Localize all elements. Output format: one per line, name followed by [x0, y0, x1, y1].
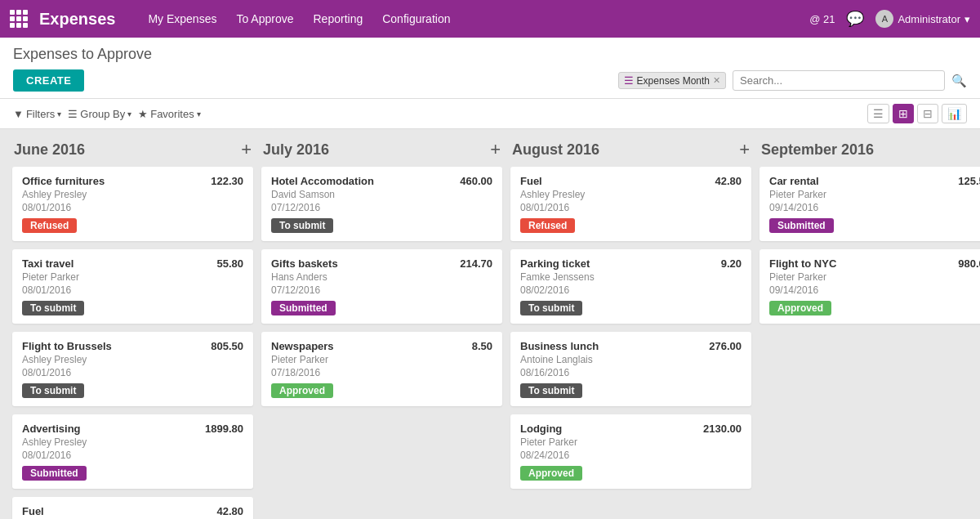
star-icon: ★ — [138, 108, 148, 120]
col-add-btn-0[interactable]: + — [241, 141, 252, 159]
card-name: Parking ticket — [520, 257, 590, 270]
kanban-col-3: September 2016+ Car rental 125.50 Pieter… — [760, 141, 980, 519]
card-amount: 42.80 — [715, 175, 742, 187]
card-name: Lodging — [520, 423, 562, 435]
kanban-col-1: July 2016+ Hotel Accomodation 460.00 Dav… — [261, 141, 502, 519]
card-top: Car rental 125.50 — [769, 175, 980, 187]
card-name: Flight to NYC — [769, 257, 836, 270]
notification-count[interactable]: @ 21 — [809, 13, 835, 25]
topnav-right: @ 21 💬 A Administrator ▾ — [809, 10, 970, 28]
card-date: 08/01/2016 — [22, 450, 243, 461]
card-amount: 9.20 — [721, 257, 742, 270]
filter-tag-label: Expenses Month — [637, 75, 710, 87]
card-top: Fuel 42.80 — [520, 175, 742, 187]
page-title: Expenses to Approve — [13, 46, 967, 63]
card-top: Newspapers 8.50 — [271, 340, 492, 352]
card-person: Famke Jenssens — [520, 271, 742, 283]
card-date: 07/18/2016 — [271, 367, 492, 378]
card-status-badge: To submit — [22, 301, 84, 315]
card-name: Office furnitures — [22, 175, 105, 187]
kanban-view-button[interactable]: ⊞ — [893, 104, 914, 123]
kanban-card-0-2[interactable]: Flight to Brussels 805.50 Ashley Presley… — [12, 332, 253, 406]
kanban-card-2-0[interactable]: Fuel 42.80 Ashley Presley 08/01/2016 Ref… — [510, 167, 751, 241]
card-top: Flight to NYC 980.00 — [769, 257, 980, 270]
col-add-btn-1[interactable]: + — [490, 141, 501, 159]
card-status-badge: To submit — [520, 383, 582, 398]
filters-dropdown[interactable]: ▼ Filters ▾ — [13, 108, 61, 120]
card-status-badge: To submit — [520, 301, 582, 315]
kanban-card-0-4[interactable]: Fuel 42.80 Ashley Presley 08/01/2016 App… — [12, 497, 253, 519]
user-name: Administrator — [898, 13, 960, 25]
grid-view-button[interactable]: ⊟ — [917, 104, 938, 123]
card-person: Ashley Presley — [22, 436, 243, 448]
col-add-btn-2[interactable]: + — [739, 141, 750, 159]
filters-label: Filters — [26, 108, 55, 120]
groupby-caret: ▾ — [127, 110, 131, 119]
list-view-button[interactable]: ☰ — [867, 104, 889, 123]
kanban-card-0-3[interactable]: Advertising 1899.80 Ashley Presley 08/01… — [12, 414, 253, 489]
kanban-card-0-1[interactable]: Taxi travel 55.80 Pieter Parker 08/01/20… — [12, 249, 253, 324]
kanban-card-2-3[interactable]: Lodging 2130.00 Pieter Parker 08/24/2016… — [510, 414, 751, 489]
card-top: Gifts baskets 214.70 — [271, 257, 492, 270]
nav-configuration[interactable]: Configuration — [374, 9, 458, 29]
card-top: Fuel 42.80 — [22, 505, 243, 517]
app-brand: Expenses — [39, 10, 115, 29]
card-date: 09/14/2016 — [769, 284, 980, 296]
col-header-1: July 2016+ — [261, 141, 502, 159]
card-person: Pieter Parker — [769, 189, 980, 200]
favorites-dropdown[interactable]: ★ Favorites ▾ — [138, 108, 200, 120]
card-name: Car rental — [769, 175, 819, 187]
filter-icon: ▼ — [13, 108, 24, 120]
card-person: Pieter Parker — [520, 436, 742, 448]
create-button[interactable]: CREATE — [13, 69, 84, 92]
filter-tag-close[interactable]: ✕ — [713, 75, 720, 86]
kanban-card-1-1[interactable]: Gifts baskets 214.70 Hans Anders 07/12/2… — [261, 249, 502, 324]
nav-to-approve[interactable]: To Approve — [228, 9, 301, 29]
card-amount: 980.00 — [958, 257, 980, 270]
groupby-dropdown[interactable]: ☰ Group By ▾ — [68, 108, 131, 120]
card-top: Lodging 2130.00 — [520, 423, 742, 435]
chat-icon[interactable]: 💬 — [846, 10, 864, 28]
user-menu[interactable]: A Administrator ▾ — [875, 10, 970, 28]
main-nav: My Expenses To Approve Reporting Configu… — [140, 9, 809, 29]
search-button[interactable]: 🔍 — [951, 74, 967, 88]
topnav: Expenses My Expenses To Approve Reportin… — [0, 0, 980, 38]
card-name: Advertising — [22, 423, 81, 435]
card-person: Pieter Parker — [271, 354, 492, 365]
kanban-card-3-0[interactable]: Car rental 125.50 Pieter Parker 09/14/20… — [760, 167, 980, 241]
kanban-card-1-2[interactable]: Newspapers 8.50 Pieter Parker 07/18/2016… — [261, 332, 502, 406]
card-amount: 125.50 — [958, 175, 980, 187]
card-status-badge: Submitted — [22, 466, 87, 481]
kanban-card-0-0[interactable]: Office furnitures 122.30 Ashley Presley … — [12, 167, 253, 241]
search-area: ☰ Expenses Month ✕ 🔍 — [618, 70, 967, 91]
card-person: Ashley Presley — [22, 189, 243, 200]
col-title-2: August 2016 — [512, 141, 599, 159]
search-input[interactable] — [733, 70, 945, 91]
nav-reporting[interactable]: Reporting — [305, 9, 372, 29]
card-person: Antoine Langlais — [520, 354, 742, 365]
kanban-card-2-1[interactable]: Parking ticket 9.20 Famke Jenssens 08/02… — [510, 249, 751, 324]
apps-menu-icon[interactable] — [10, 10, 28, 28]
subheader: Expenses to Approve CREATE ☰ Expenses Mo… — [0, 38, 980, 99]
card-status-badge: Approved — [520, 466, 582, 481]
kanban-card-2-2[interactable]: Business lunch 276.00 Antoine Langlais 0… — [510, 332, 751, 406]
card-status-badge: Refused — [22, 218, 77, 233]
subheader-toolbar: CREATE ☰ Expenses Month ✕ 🔍 — [13, 69, 967, 98]
card-name: Hotel Accomodation — [271, 175, 374, 187]
card-name: Business lunch — [520, 340, 599, 352]
card-name: Taxi travel — [22, 257, 74, 270]
chart-view-button[interactable]: 📊 — [942, 104, 967, 123]
kanban-card-1-0[interactable]: Hotel Accomodation 460.00 David Samson 0… — [261, 167, 502, 241]
card-amount: 276.00 — [709, 340, 742, 352]
kanban-card-3-1[interactable]: Flight to NYC 980.00 Pieter Parker 09/14… — [760, 249, 980, 324]
card-top: Office furnitures 122.30 — [22, 175, 243, 187]
card-amount: 122.30 — [211, 175, 243, 187]
card-date: 08/16/2016 — [520, 367, 742, 378]
card-amount: 55.80 — [216, 257, 243, 270]
nav-my-expenses[interactable]: My Expenses — [140, 9, 225, 29]
card-top: Advertising 1899.80 — [22, 423, 243, 435]
card-name: Fuel — [22, 505, 44, 517]
view-switcher: ☰ ⊞ ⊟ 📊 — [867, 104, 967, 123]
card-amount: 460.00 — [460, 175, 492, 187]
filter-tag-expenses-month: ☰ Expenses Month ✕ — [618, 72, 726, 89]
